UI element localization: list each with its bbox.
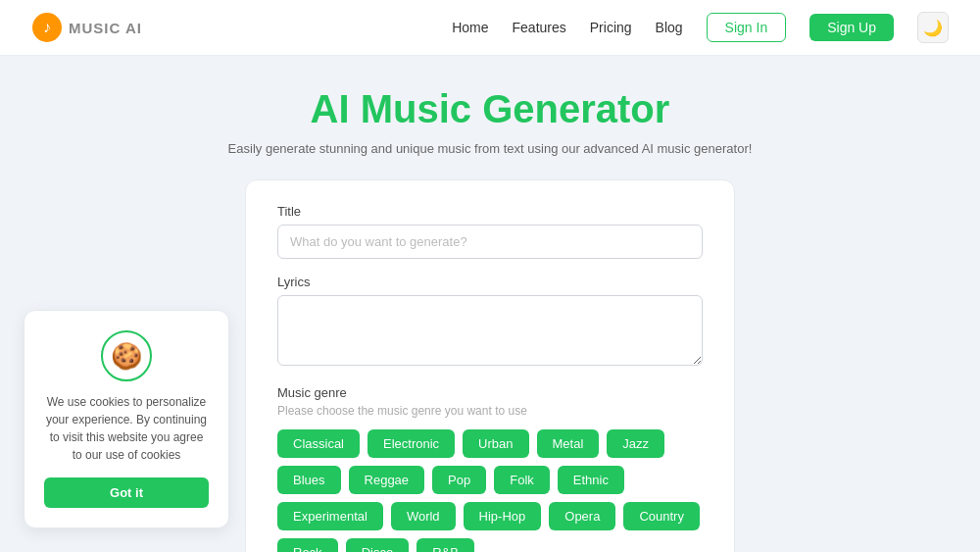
genre-btn-jazz[interactable]: Jazz bbox=[607, 429, 664, 458]
nav-features[interactable]: Features bbox=[513, 20, 566, 35]
title-input[interactable] bbox=[277, 225, 703, 259]
nav-home[interactable]: Home bbox=[452, 20, 488, 35]
dark-mode-toggle[interactable]: 🌙 bbox=[917, 12, 949, 43]
genre-btn-classical[interactable]: Classical bbox=[277, 429, 360, 458]
generator-form: Title Lyrics Music genre Please choose t… bbox=[245, 179, 735, 552]
genre-hint: Please choose the music genre you want t… bbox=[277, 404, 703, 418]
logo: ♪ MUSIC AI bbox=[31, 12, 142, 43]
page-title: AI Music Generator bbox=[311, 87, 670, 131]
moon-icon: 🌙 bbox=[923, 19, 943, 37]
genre-btn-disco[interactable]: Disco bbox=[346, 538, 410, 552]
genre-btn-folk[interactable]: Folk bbox=[494, 466, 550, 494]
genre-btn-hip-hop[interactable]: Hip-Hop bbox=[464, 502, 542, 530]
cookie-icon: 🍪 bbox=[111, 341, 142, 372]
navbar: ♪ MUSIC AI Home Features Pricing Blog Si… bbox=[0, 0, 980, 56]
genre-btn-world[interactable]: World bbox=[391, 502, 456, 530]
genre-label: Music genre bbox=[277, 385, 703, 400]
cookie-icon-circle: 🍪 bbox=[101, 330, 152, 381]
logo-text: MUSIC AI bbox=[69, 20, 142, 36]
genre-btn-urban[interactable]: Urban bbox=[463, 429, 528, 458]
genre-btn-metal[interactable]: Metal bbox=[537, 429, 600, 458]
page-subtitle: Easily generate stunning and unique musi… bbox=[228, 141, 753, 156]
genre-btn-r-b[interactable]: R&B bbox=[416, 538, 474, 552]
got-it-button[interactable]: Got it bbox=[44, 477, 209, 508]
title-label: Title bbox=[277, 204, 703, 219]
nav-pricing[interactable]: Pricing bbox=[590, 20, 632, 35]
genre-btn-country[interactable]: Country bbox=[623, 502, 700, 530]
genre-btn-experimental[interactable]: Experimental bbox=[277, 502, 383, 530]
genre-btn-ethnic[interactable]: Ethnic bbox=[558, 466, 624, 494]
lyrics-label: Lyrics bbox=[277, 275, 703, 289]
logo-icon: ♪ bbox=[31, 12, 63, 43]
cookie-banner: 🍪 We use cookies to personalize your exp… bbox=[24, 310, 229, 528]
lyrics-textarea[interactable] bbox=[277, 295, 703, 366]
nav-blog[interactable]: Blog bbox=[656, 20, 683, 35]
genre-btn-reggae[interactable]: Reggae bbox=[349, 466, 425, 494]
genre-grid: ClassicalElectronicUrbanMetalJazzBluesRe… bbox=[277, 429, 703, 552]
genre-btn-rock[interactable]: Rock bbox=[277, 538, 338, 552]
signin-button[interactable]: Sign In bbox=[707, 13, 787, 42]
nav-links: Home Features Pricing Blog Sign In Sign … bbox=[452, 12, 949, 43]
genre-btn-pop[interactable]: Pop bbox=[432, 466, 486, 494]
signup-button[interactable]: Sign Up bbox=[809, 14, 894, 41]
cookie-icon-wrap: 🍪 bbox=[44, 330, 209, 381]
cookie-text: We use cookies to personalize your exper… bbox=[44, 393, 209, 464]
genre-btn-blues[interactable]: Blues bbox=[277, 466, 341, 494]
svg-text:♪: ♪ bbox=[43, 19, 51, 35]
genre-btn-opera[interactable]: Opera bbox=[549, 502, 615, 530]
genre-btn-electronic[interactable]: Electronic bbox=[368, 429, 455, 458]
